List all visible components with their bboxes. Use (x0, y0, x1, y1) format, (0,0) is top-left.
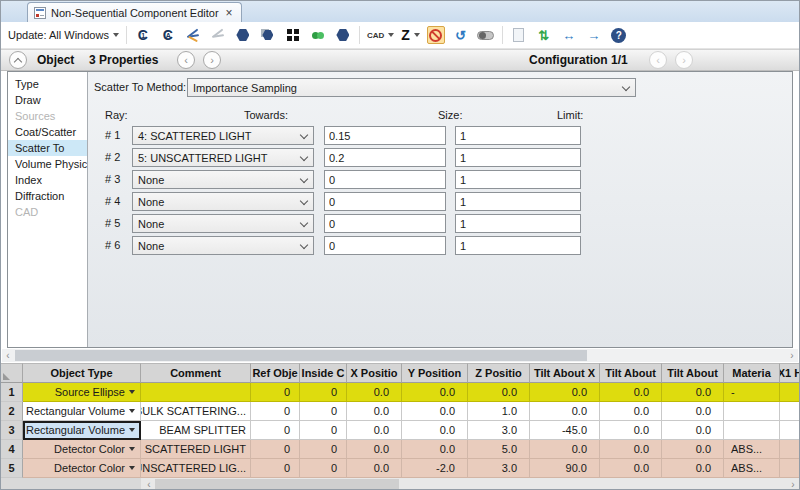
ray-limit-input[interactable] (455, 236, 581, 255)
cell[interactable]: BULK SCATTERING... (141, 402, 251, 421)
cell[interactable]: 3.0 (468, 459, 530, 478)
object-type-cell[interactable]: Detector Color (23, 440, 141, 459)
ray-limit-input[interactable] (455, 126, 581, 145)
trace-rays-disabled-icon[interactable] (209, 26, 227, 44)
scroll-right-icon[interactable]: › (787, 478, 799, 490)
row-number[interactable]: 2 (1, 402, 23, 421)
sidebar-item-type[interactable]: Type (8, 76, 87, 92)
sidebar-item-draw[interactable]: Draw (8, 92, 87, 108)
scroll-thumb[interactable] (15, 350, 587, 361)
select-all-corner[interactable] (1, 363, 23, 383)
row-number[interactable]: 1 (1, 383, 23, 402)
next-object-button[interactable]: › (203, 51, 221, 69)
cell[interactable]: 0.0 (662, 459, 724, 478)
scatter-method-select[interactable]: Importance Sampling (187, 78, 636, 97)
ray-towards-select[interactable]: None (132, 236, 314, 255)
cell[interactable]: 0.0 (347, 402, 402, 421)
cell[interactable]: 5.0 (468, 440, 530, 459)
cell[interactable]: ABS... (724, 440, 780, 459)
row-number[interactable]: 5 (1, 459, 23, 478)
prev-object-button[interactable]: ‹ (177, 51, 195, 69)
cell[interactable]: -45.0 (530, 421, 600, 440)
prev-config-button[interactable]: ‹ (649, 51, 667, 69)
cell[interactable] (724, 421, 780, 440)
cell[interactable]: -2.0 (402, 459, 468, 478)
update-current-icon[interactable]: C1 (134, 26, 152, 44)
detector-viewer-icon[interactable] (284, 26, 302, 44)
ray-database-icon[interactable] (309, 26, 327, 44)
cell[interactable]: 0.0 (530, 440, 600, 459)
cell[interactable] (780, 440, 800, 459)
z-menu[interactable]: Z (401, 28, 420, 42)
sidebar-item-sources[interactable]: Sources (8, 108, 87, 124)
right-arrow-icon[interactable]: → (585, 26, 603, 44)
cell[interactable]: 0.0 (402, 421, 468, 440)
tab-close-icon[interactable]: × (226, 6, 233, 20)
cell[interactable]: 0.0 (347, 440, 402, 459)
cell[interactable]: 0 (300, 383, 347, 402)
ray-towards-select[interactable]: None (132, 192, 314, 211)
ray-towards-select[interactable]: 5: UNSCATTERED LIGHT (132, 148, 314, 167)
cell[interactable]: 0.0 (600, 402, 662, 421)
cell[interactable]: 0.0 (662, 402, 724, 421)
ray-size-input[interactable] (324, 148, 446, 167)
nsc-shaded-icon[interactable] (334, 26, 352, 44)
cell[interactable]: 0.0 (530, 383, 600, 402)
cell[interactable]: 0 (251, 402, 300, 421)
cell[interactable]: 0.0 (347, 459, 402, 478)
toggle-switch-icon[interactable] (477, 26, 495, 44)
scroll-left-icon[interactable]: ‹ (2, 349, 14, 362)
cell[interactable] (780, 421, 800, 440)
cell[interactable]: - (724, 383, 780, 402)
cell[interactable]: 0 (300, 459, 347, 478)
cell[interactable]: 0.0 (468, 383, 530, 402)
scroll-left-icon[interactable]: ‹ (143, 478, 155, 490)
cell[interactable]: 0.0 (530, 402, 600, 421)
row-number[interactable]: 3 (1, 421, 23, 440)
trace-rays-icon[interactable] (184, 26, 202, 44)
scroll-right-icon[interactable]: › (786, 349, 798, 362)
cell[interactable]: 0.0 (600, 421, 662, 440)
table-h-scrollbar[interactable]: ‹ › (1, 478, 800, 490)
cell[interactable]: UNSCATTERED LIG... (141, 459, 251, 478)
ray-size-input[interactable] (324, 170, 446, 189)
ray-towards-select[interactable]: None (132, 214, 314, 233)
cell[interactable]: 3.0 (468, 421, 530, 440)
cell[interactable] (780, 402, 800, 421)
cell[interactable]: 0.0 (600, 383, 662, 402)
cell[interactable]: 0.0 (347, 383, 402, 402)
tab-nsc-editor[interactable]: Non-Sequential Component Editor × (27, 2, 242, 22)
cell[interactable]: 0 (251, 440, 300, 459)
scroll-thumb[interactable] (155, 479, 399, 489)
ray-limit-input[interactable] (455, 170, 581, 189)
help-icon[interactable]: ? (610, 26, 628, 44)
collapse-properties-button[interactable] (9, 51, 27, 69)
cell[interactable]: 0.0 (662, 440, 724, 459)
object-type-cell[interactable]: Detector Color (23, 459, 141, 478)
cad-menu[interactable]: CAD (367, 31, 394, 40)
cell[interactable]: 0.0 (662, 421, 724, 440)
object-type-cell[interactable]: Rectangular Volume (23, 402, 141, 421)
cell[interactable]: ABS... (724, 459, 780, 478)
cell[interactable]: 0 (300, 440, 347, 459)
ray-towards-select[interactable]: None (132, 170, 314, 189)
shaded-model-icon[interactable] (234, 26, 252, 44)
ray-limit-input[interactable] (455, 148, 581, 167)
cell[interactable]: 0.0 (402, 402, 468, 421)
ray-size-input[interactable] (324, 126, 446, 145)
new-page-icon[interactable] (510, 26, 528, 44)
cell[interactable] (780, 459, 800, 478)
cell[interactable]: 1.0 (468, 402, 530, 421)
object-type-cell[interactable]: Rectangular Volume (23, 421, 141, 440)
ray-size-input[interactable] (324, 236, 446, 255)
cell[interactable]: 0 (251, 421, 300, 440)
cell[interactable]: 0.0 (600, 459, 662, 478)
swap-objects-icon[interactable]: ⇅ (535, 26, 553, 44)
next-config-button[interactable]: › (675, 51, 693, 69)
properties-h-scrollbar[interactable]: ‹ › (2, 349, 798, 362)
cell[interactable]: 0.0 (402, 440, 468, 459)
cell[interactable]: 90.0 (530, 459, 600, 478)
cell[interactable]: 0 (300, 421, 347, 440)
cell[interactable] (780, 383, 800, 402)
cell[interactable] (141, 383, 251, 402)
